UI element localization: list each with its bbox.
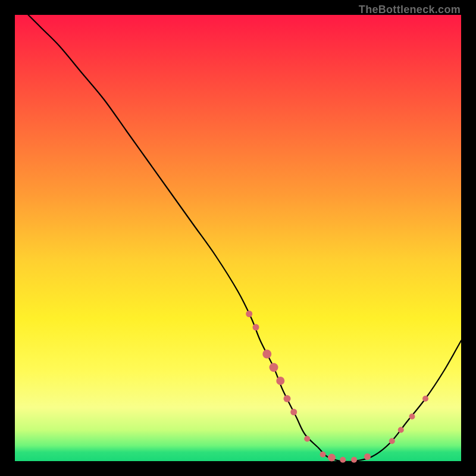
chart-interactive-region[interactable] (15, 15, 461, 461)
watermark-text: TheBottleneck.com (359, 4, 461, 16)
chart-plot-area (15, 15, 461, 461)
